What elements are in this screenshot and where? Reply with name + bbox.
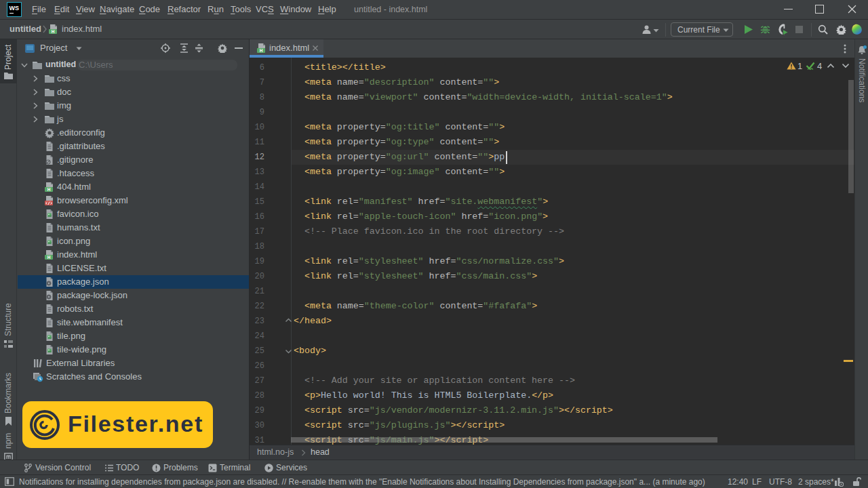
svg-text:H: H xyxy=(47,187,51,192)
svg-text:H: H xyxy=(47,255,51,260)
svg-text:H: H xyxy=(260,48,263,53)
svg-text:H: H xyxy=(52,29,55,34)
